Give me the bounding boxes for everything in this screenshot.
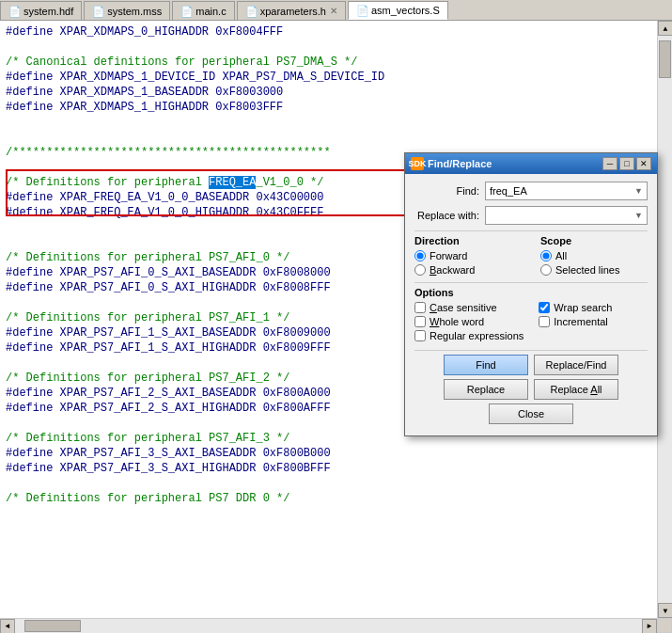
- tab-label: xparameters.h: [260, 6, 326, 17]
- replace-find-label: Replace/Find: [546, 359, 607, 371]
- incremental-row: Incremental: [539, 316, 612, 327]
- vertical-scrollbar: ▲ ▼: [657, 21, 672, 618]
- tab-asm-vectors[interactable]: 📄 asm_vectors.S: [348, 1, 448, 20]
- regular-expressions-checkbox[interactable]: [414, 330, 426, 341]
- all-radio-row: All: [540, 250, 648, 261]
- replace-all-label: Replace All: [550, 384, 602, 395]
- code-line: [6, 476, 651, 491]
- code-line: /* Canonical definitions for peripheral …: [6, 55, 651, 70]
- tab-label: asm_vectors.S: [371, 5, 440, 16]
- scope-selected-radio[interactable]: [540, 264, 552, 276]
- dialog-title-controls: ─ □ ✕: [602, 157, 651, 170]
- options-title: Options: [414, 287, 648, 298]
- scroll-up-button[interactable]: ▲: [658, 21, 672, 36]
- scrollbar-corner: [657, 618, 672, 633]
- tab-system-mss[interactable]: 📄 system.mss: [84, 1, 170, 20]
- find-dropdown-arrow: ▼: [634, 186, 643, 196]
- replace-label: Replace with:: [414, 210, 485, 221]
- h-scroll-thumb[interactable]: [24, 620, 81, 632]
- close-button[interactable]: Close: [489, 404, 573, 424]
- find-dropdown[interactable]: freq_EA ▼: [485, 182, 648, 200]
- code-line: /* Definitions for peripheral PS7 DDR 0 …: [6, 491, 651, 506]
- replace-button[interactable]: Replace: [444, 379, 528, 400]
- replace-dropdown-arrow: ▼: [634, 211, 643, 220]
- code-line: #define XPAR_PS7_AFI_3_S_AXI_HIGHADDR 0x…: [6, 461, 651, 476]
- dialog-titlebar: SDK Find/Replace ─ □ ✕: [405, 153, 657, 174]
- scrollbar-thumb[interactable]: [659, 40, 671, 78]
- button-row-1: Find Replace/Find: [414, 355, 648, 375]
- backward-label: Backward: [430, 264, 475, 276]
- forward-radio-row: Forward: [414, 250, 522, 261]
- find-btn-label: Find: [476, 359, 495, 371]
- case-sensitive-label: Case sensitive: [430, 302, 497, 313]
- file-icon: 📄: [8, 6, 20, 17]
- forward-label: Forward: [430, 250, 467, 261]
- regular-expressions-row: Regular expressions: [414, 330, 524, 341]
- case-sensitive-checkbox[interactable]: [414, 302, 426, 313]
- replace-find-button[interactable]: Replace/Find: [534, 355, 618, 375]
- separator3: [414, 350, 648, 351]
- replace-row: Replace with: ▼: [414, 206, 648, 225]
- dialog-close-title-button[interactable]: ✕: [636, 157, 651, 170]
- file-icon: 📄: [180, 6, 192, 17]
- tab-label: main.c: [195, 6, 226, 17]
- close-btn-label: Close: [518, 408, 544, 419]
- direction-title: Direction: [414, 235, 522, 246]
- find-replace-dialog[interactable]: SDK Find/Replace ─ □ ✕ Find: freq_EA ▼: [404, 152, 658, 436]
- tab-label: system.mss: [107, 6, 162, 17]
- code-line: [6, 115, 651, 130]
- find-value: freq_EA: [490, 185, 527, 197]
- separator2: [414, 282, 648, 283]
- direction-col: Direction Forward Backward: [414, 235, 522, 278]
- wrap-search-label: Wrap search: [554, 302, 612, 313]
- code-line: #define XPAR_PS7_AFI_3_S_AXI_BASEADDR 0x…: [6, 446, 651, 461]
- code-line: #define XPAR_XDMAPS_1_DEVICE_ID XPAR_PS7…: [6, 70, 651, 85]
- whole-word-label: Whole word: [430, 316, 484, 327]
- options-left-col: Case sensitive Whole word Regular expres…: [414, 302, 524, 344]
- scroll-left-button[interactable]: ◄: [0, 619, 15, 634]
- tab-bar: 📄 system.hdf 📄 system.mss 📄 main.c 📄 xpa…: [0, 0, 672, 21]
- whole-word-checkbox[interactable]: [414, 316, 426, 327]
- h-scroll-track[interactable]: [15, 619, 642, 633]
- scope-title: Scope: [540, 235, 648, 246]
- scope-col: Scope All Selected lines: [540, 235, 648, 278]
- replace-btn-label: Replace: [467, 384, 505, 395]
- case-sensitive-row: Case sensitive: [414, 302, 524, 313]
- dialog-minimize-button[interactable]: ─: [602, 157, 617, 170]
- incremental-label: Incremental: [554, 316, 607, 327]
- tab-xparameters-h[interactable]: 📄 xparameters.h ✕: [237, 1, 346, 20]
- backward-radio[interactable]: [414, 264, 426, 276]
- code-line: [6, 130, 651, 145]
- scope-all-label: All: [555, 250, 567, 261]
- scope-all-radio[interactable]: [540, 250, 552, 261]
- sdk-icon: SDK: [411, 157, 424, 170]
- scrollbar-track[interactable]: [658, 36, 672, 603]
- code-line: #define XPAR_XDMAPS_1_HIGHADDR 0xF8003FF…: [6, 100, 651, 115]
- scroll-right-button[interactable]: ►: [642, 619, 657, 634]
- file-icon: 📄: [245, 6, 257, 17]
- dialog-maximize-button[interactable]: □: [619, 157, 634, 170]
- horizontal-scrollbar: ◄ ►: [0, 618, 657, 633]
- dialog-title-left: SDK Find/Replace: [411, 157, 492, 170]
- tab-main-c[interactable]: 📄 main.c: [172, 1, 234, 20]
- find-button[interactable]: Find: [444, 355, 528, 375]
- options-right-col: Wrap search Incremental: [539, 302, 612, 344]
- editor-container: #define XPAR_XDMAPS_0_HIGHADDR 0xF8004FF…: [0, 21, 672, 633]
- scroll-down-button[interactable]: ▼: [658, 603, 672, 618]
- dialog-body: Find: freq_EA ▼ Replace with: ▼: [405, 174, 657, 435]
- tab-close-xparameters[interactable]: ✕: [330, 6, 337, 16]
- replace-dropdown[interactable]: ▼: [485, 206, 648, 225]
- wrap-search-row: Wrap search: [539, 302, 612, 313]
- replace-all-button[interactable]: Replace All: [534, 379, 618, 400]
- options-section: Options Case sensitive Whole word: [414, 287, 648, 344]
- direction-scope-section: Direction Forward Backward Scope: [414, 235, 648, 278]
- tab-system-hdf[interactable]: 📄 system.hdf: [0, 1, 82, 20]
- whole-word-row: Whole word: [414, 316, 524, 327]
- file-icon: 📄: [92, 6, 103, 17]
- selected-radio-row: Selected lines: [540, 264, 648, 276]
- tab-label: system.hdf: [23, 6, 73, 17]
- dialog-title-text: Find/Replace: [428, 158, 492, 169]
- wrap-search-checkbox[interactable]: [539, 302, 550, 313]
- forward-radio[interactable]: [414, 250, 426, 261]
- incremental-checkbox[interactable]: [539, 316, 550, 327]
